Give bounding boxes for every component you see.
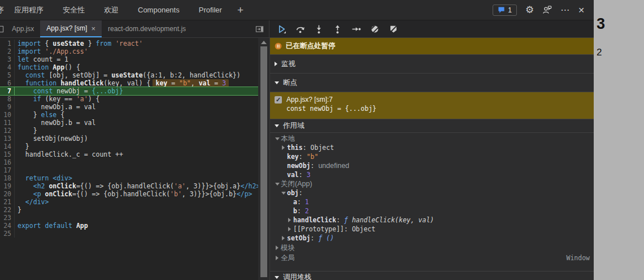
scope-row-this[interactable]: this: Object: [270, 143, 594, 152]
chevron-right-icon[interactable]: [286, 227, 293, 231]
line-number-20[interactable]: 20: [0, 190, 15, 198]
settings-gear-icon[interactable]: ⚙: [525, 6, 534, 15]
line-number-1[interactable]: 1: [0, 40, 15, 48]
pause-on-exceptions-icon[interactable]: [388, 23, 399, 35]
line-number-2[interactable]: 2: [0, 48, 15, 55]
deactivate-breakpoints-icon[interactable]: [369, 23, 380, 35]
line-number-24[interactable]: 24: [0, 222, 15, 230]
hide-sidebar-toggle-icon[interactable]: [255, 20, 269, 37]
code-line: 8 if (key == 'a') {: [0, 95, 258, 103]
scope-row-closure-app[interactable]: 关闭(App): [270, 179, 594, 188]
partial-devtools-tab[interactable]: 序: [0, 5, 5, 15]
close-devtools-icon[interactable]: ✕: [578, 6, 585, 15]
source-code-editor[interactable]: 1import { useState } from 'react'2import…: [0, 38, 258, 280]
scope-row-local[interactable]: 本地: [270, 134, 594, 143]
line-number-11[interactable]: 11: [0, 119, 15, 127]
code-text: export default App: [15, 222, 88, 230]
line-number-16[interactable]: 16: [0, 158, 15, 166]
devtools-tab-0[interactable]: 应用程序: [5, 0, 53, 20]
step-into-icon[interactable]: [313, 23, 324, 35]
code-text: [15, 166, 18, 174]
step-icon[interactable]: [350, 23, 362, 35]
line-number-8[interactable]: 8: [0, 95, 15, 103]
file-tab-0[interactable]: App.jsx: [6, 20, 40, 37]
scope-row-global[interactable]: 全局Window: [270, 253, 594, 263]
feedback-icon[interactable]: [542, 5, 552, 15]
line-number-12[interactable]: 12: [0, 127, 15, 135]
line-number-22[interactable]: 22: [0, 206, 15, 214]
issues-count: 1: [508, 6, 512, 14]
file-tab-2[interactable]: react-dom.development.js: [102, 20, 192, 37]
scope-row-obj[interactable]: obj:: [270, 188, 594, 197]
chevron-down-icon[interactable]: [273, 137, 281, 140]
line-number-5[interactable]: 5: [0, 71, 15, 79]
scope-row-module[interactable]: 模块: [270, 243, 594, 253]
line-number-13[interactable]: 13: [0, 135, 15, 143]
code-text: return <div>: [15, 174, 72, 182]
breakpoints-section-header[interactable]: 断点: [270, 74, 594, 92]
scope-row-setObj[interactable]: setObj: ƒ (): [270, 234, 594, 243]
step-over-icon[interactable]: [294, 23, 306, 35]
code-line: 6 function handleClick(key, val) {key = …: [0, 79, 258, 87]
code-text: const newObj = {...obj}: [15, 87, 123, 95]
scope-row-handleClick[interactable]: handleClick: ƒ handleClick(key, val): [270, 216, 594, 225]
page-p-element[interactable]: 2: [597, 47, 644, 58]
watch-section-header[interactable]: 监视: [270, 55, 594, 74]
code-line: 1import { useState } from 'react': [0, 40, 258, 48]
scope-section-header[interactable]: 作用域: [270, 119, 594, 133]
call-stack-section-header[interactable]: 调用堆栈: [270, 271, 594, 280]
navigator-panel-icon[interactable]: [0, 20, 6, 37]
scope-row-prototype[interactable]: [[Prototype]]: Object: [270, 225, 594, 234]
code-text: import './App.css': [15, 48, 88, 55]
issues-counter-button[interactable]: 1: [493, 5, 517, 16]
breakpoint-checkbox[interactable]: ✓: [275, 96, 282, 104]
line-number-7[interactable]: 7: [0, 87, 15, 95]
chevron-down-icon[interactable]: [273, 183, 281, 186]
line-number-10[interactable]: 10: [0, 111, 15, 119]
code-line: 11 newObj.b = val: [0, 119, 258, 127]
devtools-tab-2[interactable]: 欢迎: [94, 0, 128, 20]
debugger-toolbar: [269, 20, 399, 37]
chevron-right-icon[interactable]: [273, 256, 281, 260]
chevron-right-icon[interactable]: [273, 245, 281, 250]
line-number-6[interactable]: 6: [0, 79, 15, 87]
code-text: if (key == 'a') {: [15, 95, 99, 103]
add-tab-button[interactable]: +: [232, 4, 249, 16]
line-number-25[interactable]: 25: [0, 230, 15, 238]
chevron-right-icon[interactable]: [280, 236, 287, 240]
scrollbar-thumb[interactable]: [260, 46, 267, 277]
scope-tree: 本地this: Objectkey: "b"newObj: undefinedv…: [270, 133, 594, 263]
step-out-icon[interactable]: [332, 23, 343, 35]
line-number-19[interactable]: 19: [0, 182, 15, 190]
resume-icon[interactable]: [276, 23, 287, 35]
close-tab-icon[interactable]: ×: [91, 24, 95, 33]
devtools-tab-3[interactable]: Components: [128, 0, 189, 20]
line-number-3[interactable]: 3: [0, 55, 15, 63]
code-text: let count = 1: [15, 55, 68, 63]
file-tab-1[interactable]: App.jsx? [sm]×: [40, 20, 102, 37]
line-number-15[interactable]: 15: [0, 150, 15, 158]
line-number-23[interactable]: 23: [0, 214, 15, 222]
devtools-tab-1[interactable]: 安全性: [53, 0, 94, 20]
code-line: 3let count = 1: [0, 55, 258, 63]
editor-scrollbar[interactable]: [258, 38, 269, 280]
line-number-14[interactable]: 14: [0, 143, 15, 150]
code-text: <h2 onClick={() => {obj.handleClick('a',…: [15, 182, 258, 190]
watch-section-label: 监视: [281, 59, 295, 69]
line-number-9[interactable]: 9: [0, 103, 15, 111]
line-number-17[interactable]: 17: [0, 166, 15, 174]
breakpoint-entry[interactable]: ✓ App.jsx? [sm]:7 const newObj = {...obj…: [270, 92, 594, 119]
scrollbar-up-arrow[interactable]: [261, 41, 267, 44]
devtools-window: 序 应用程序安全性欢迎ComponentsProfiler + 1 ⚙ ⋯ ✕: [0, 0, 594, 280]
line-number-18[interactable]: 18: [0, 174, 15, 182]
page-h2-element[interactable]: 3: [597, 15, 644, 33]
line-number-4[interactable]: 4: [0, 63, 15, 71]
chevron-right-icon[interactable]: [280, 145, 287, 150]
chevron-down-icon[interactable]: [280, 192, 287, 195]
more-options-icon[interactable]: ⋯: [560, 6, 569, 15]
chevron-down-icon: [275, 276, 279, 279]
code-line: 19 <h2 onClick={() => {obj.handleClick('…: [0, 182, 258, 190]
line-number-21[interactable]: 21: [0, 198, 15, 206]
chevron-right-icon[interactable]: [286, 218, 293, 222]
devtools-tab-4[interactable]: Profiler: [189, 0, 232, 20]
